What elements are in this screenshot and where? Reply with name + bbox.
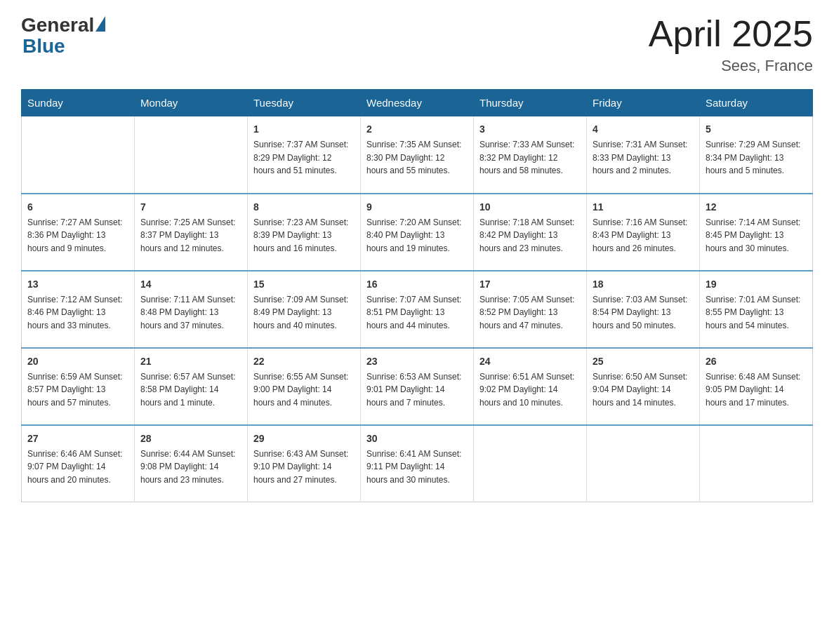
day-info: Sunrise: 6:53 AM Sunset: 9:01 PM Dayligh…: [366, 370, 468, 410]
day-info: Sunrise: 7:07 AM Sunset: 8:51 PM Dayligh…: [366, 293, 468, 333]
day-info: Sunrise: 6:59 AM Sunset: 8:57 PM Dayligh…: [27, 370, 128, 410]
day-info: Sunrise: 7:09 AM Sunset: 8:49 PM Dayligh…: [253, 293, 355, 333]
day-info: Sunrise: 7:35 AM Sunset: 8:30 PM Dayligh…: [366, 138, 468, 177]
day-info: Sunrise: 6:43 AM Sunset: 9:10 PM Dayligh…: [253, 448, 355, 487]
day-info: Sunrise: 7:14 AM Sunset: 8:45 PM Dayligh…: [706, 216, 807, 255]
day-info: Sunrise: 7:25 AM Sunset: 8:37 PM Dayligh…: [140, 216, 241, 255]
calendar-cell: [700, 425, 813, 502]
page-header: General Blue April 2025 Sees, France: [21, 14, 813, 75]
calendar-cell: 11Sunrise: 7:16 AM Sunset: 8:43 PM Dayli…: [587, 194, 700, 271]
calendar-cell: 15Sunrise: 7:09 AM Sunset: 8:49 PM Dayli…: [248, 271, 361, 348]
calendar-cell: 6Sunrise: 7:27 AM Sunset: 8:36 PM Daylig…: [22, 194, 135, 271]
day-number: 5: [706, 122, 807, 137]
calendar-cell: 21Sunrise: 6:57 AM Sunset: 8:58 PM Dayli…: [135, 348, 248, 425]
calendar-cell: [587, 425, 700, 502]
day-number: 13: [27, 277, 128, 292]
calendar-cell: 22Sunrise: 6:55 AM Sunset: 9:00 PM Dayli…: [248, 348, 361, 425]
calendar-cell: 29Sunrise: 6:43 AM Sunset: 9:10 PM Dayli…: [248, 425, 361, 502]
day-number: 1: [253, 122, 355, 137]
day-number: 6: [27, 200, 128, 215]
day-number: 19: [706, 277, 807, 292]
calendar-header-row: SundayMondayTuesdayWednesdayThursdayFrid…: [22, 90, 813, 116]
day-info: Sunrise: 7:20 AM Sunset: 8:40 PM Dayligh…: [366, 216, 468, 255]
day-info: Sunrise: 7:27 AM Sunset: 8:36 PM Dayligh…: [27, 216, 128, 255]
day-info: Sunrise: 6:57 AM Sunset: 8:58 PM Dayligh…: [140, 370, 241, 410]
logo-triangle-icon: [95, 16, 105, 32]
week-row-2: 6Sunrise: 7:27 AM Sunset: 8:36 PM Daylig…: [22, 194, 813, 271]
calendar-cell: 18Sunrise: 7:03 AM Sunset: 8:54 PM Dayli…: [587, 271, 700, 348]
day-info: Sunrise: 7:01 AM Sunset: 8:55 PM Dayligh…: [706, 293, 807, 333]
calendar-table: SundayMondayTuesdayWednesdayThursdayFrid…: [21, 89, 813, 502]
logo-blue-text: Blue: [22, 35, 65, 58]
calendar-cell: 27Sunrise: 6:46 AM Sunset: 9:07 PM Dayli…: [22, 425, 135, 502]
day-number: 10: [479, 200, 581, 215]
day-number: 11: [593, 200, 694, 215]
day-number: 15: [253, 277, 355, 292]
day-number: 18: [593, 277, 694, 292]
day-info: Sunrise: 6:51 AM Sunset: 9:02 PM Dayligh…: [479, 370, 581, 410]
title-block: April 2025 Sees, France: [649, 14, 813, 75]
calendar-cell: 9Sunrise: 7:20 AM Sunset: 8:40 PM Daylig…: [361, 194, 474, 271]
calendar-cell: 20Sunrise: 6:59 AM Sunset: 8:57 PM Dayli…: [22, 348, 135, 425]
week-row-3: 13Sunrise: 7:12 AM Sunset: 8:46 PM Dayli…: [22, 271, 813, 348]
day-number: 26: [706, 354, 807, 369]
day-number: 30: [366, 431, 468, 446]
calendar-cell: 23Sunrise: 6:53 AM Sunset: 9:01 PM Dayli…: [361, 348, 474, 425]
day-number: 14: [140, 277, 241, 292]
month-year-title: April 2025: [649, 14, 813, 54]
day-info: Sunrise: 7:18 AM Sunset: 8:42 PM Dayligh…: [479, 216, 581, 255]
header-saturday: Saturday: [700, 90, 813, 116]
calendar-cell: 13Sunrise: 7:12 AM Sunset: 8:46 PM Dayli…: [22, 271, 135, 348]
day-number: 3: [479, 122, 581, 137]
day-info: Sunrise: 6:46 AM Sunset: 9:07 PM Dayligh…: [27, 448, 128, 487]
calendar-cell: 16Sunrise: 7:07 AM Sunset: 8:51 PM Dayli…: [361, 271, 474, 348]
day-number: 28: [140, 431, 241, 446]
calendar-cell: 26Sunrise: 6:48 AM Sunset: 9:05 PM Dayli…: [700, 348, 813, 425]
day-number: 20: [27, 354, 128, 369]
calendar-cell: 19Sunrise: 7:01 AM Sunset: 8:55 PM Dayli…: [700, 271, 813, 348]
calendar-cell: 28Sunrise: 6:44 AM Sunset: 9:08 PM Dayli…: [135, 425, 248, 502]
day-info: Sunrise: 7:23 AM Sunset: 8:39 PM Dayligh…: [253, 216, 355, 255]
day-number: 8: [253, 200, 355, 215]
day-info: Sunrise: 7:33 AM Sunset: 8:32 PM Dayligh…: [479, 138, 581, 177]
logo-general-text: General: [21, 14, 94, 36]
location-subtitle: Sees, France: [649, 57, 813, 75]
header-friday: Friday: [587, 90, 700, 116]
day-info: Sunrise: 6:44 AM Sunset: 9:08 PM Dayligh…: [140, 448, 241, 487]
day-number: 22: [253, 354, 355, 369]
day-number: 7: [140, 200, 241, 215]
day-number: 23: [366, 354, 468, 369]
day-info: Sunrise: 6:41 AM Sunset: 9:11 PM Dayligh…: [366, 448, 468, 487]
calendar-cell: [135, 116, 248, 194]
week-row-5: 27Sunrise: 6:46 AM Sunset: 9:07 PM Dayli…: [22, 425, 813, 502]
day-number: 9: [366, 200, 468, 215]
day-info: Sunrise: 7:37 AM Sunset: 8:29 PM Dayligh…: [253, 138, 355, 177]
calendar-cell: 25Sunrise: 6:50 AM Sunset: 9:04 PM Dayli…: [587, 348, 700, 425]
day-number: 12: [706, 200, 807, 215]
calendar-cell: [474, 425, 587, 502]
calendar-cell: 7Sunrise: 7:25 AM Sunset: 8:37 PM Daylig…: [135, 194, 248, 271]
day-number: 29: [253, 431, 355, 446]
header-sunday: Sunday: [22, 90, 135, 116]
week-row-1: 1Sunrise: 7:37 AM Sunset: 8:29 PM Daylig…: [22, 116, 813, 194]
week-row-4: 20Sunrise: 6:59 AM Sunset: 8:57 PM Dayli…: [22, 348, 813, 425]
day-info: Sunrise: 6:50 AM Sunset: 9:04 PM Dayligh…: [593, 370, 694, 410]
calendar-cell: 14Sunrise: 7:11 AM Sunset: 8:48 PM Dayli…: [135, 271, 248, 348]
day-info: Sunrise: 7:12 AM Sunset: 8:46 PM Dayligh…: [27, 293, 128, 333]
day-number: 27: [27, 431, 128, 446]
calendar-cell: 8Sunrise: 7:23 AM Sunset: 8:39 PM Daylig…: [248, 194, 361, 271]
calendar-cell: [22, 116, 135, 194]
calendar-cell: 3Sunrise: 7:33 AM Sunset: 8:32 PM Daylig…: [474, 116, 587, 194]
day-number: 16: [366, 277, 468, 292]
day-info: Sunrise: 7:31 AM Sunset: 8:33 PM Dayligh…: [593, 138, 694, 177]
header-wednesday: Wednesday: [361, 90, 474, 116]
day-info: Sunrise: 7:11 AM Sunset: 8:48 PM Dayligh…: [140, 293, 241, 333]
header-tuesday: Tuesday: [248, 90, 361, 116]
day-number: 4: [593, 122, 694, 137]
day-info: Sunrise: 6:48 AM Sunset: 9:05 PM Dayligh…: [706, 370, 807, 410]
day-info: Sunrise: 7:16 AM Sunset: 8:43 PM Dayligh…: [593, 216, 694, 255]
day-number: 21: [140, 354, 241, 369]
calendar-cell: 4Sunrise: 7:31 AM Sunset: 8:33 PM Daylig…: [587, 116, 700, 194]
day-number: 2: [366, 122, 468, 137]
day-number: 25: [593, 354, 694, 369]
